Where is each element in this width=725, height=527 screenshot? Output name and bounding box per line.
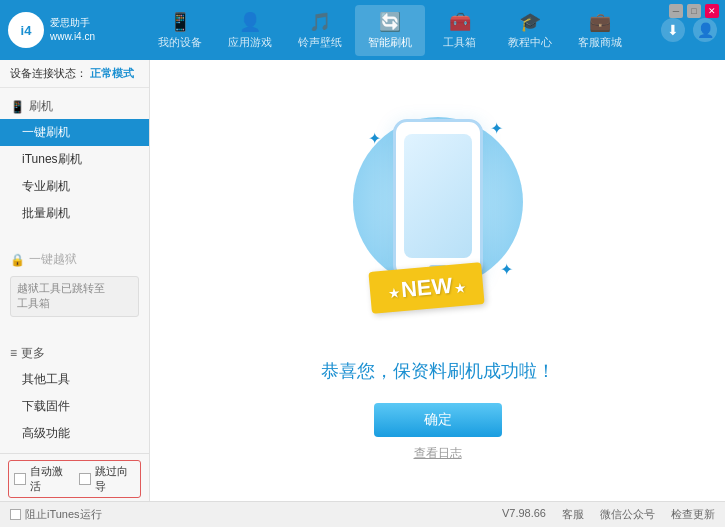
sparkle-3-icon: ✦	[500, 260, 513, 279]
service-icon: 💼	[589, 11, 611, 33]
tab-apps-games[interactable]: 👤 应用游戏	[215, 5, 285, 56]
auto-activate-checkbox[interactable]	[14, 473, 26, 485]
itunes-label: 阻止iTunes运行	[25, 507, 102, 522]
footer-left: 阻止iTunes运行	[10, 507, 102, 522]
app-title: 爱思助手	[50, 16, 95, 30]
apps-icon: 👤	[239, 11, 261, 33]
version-label: V7.98.66	[502, 507, 546, 522]
toolbox-icon: 🧰	[449, 11, 471, 33]
footer-right: V7.98.66 客服 微信公众号 检查更新	[502, 507, 715, 522]
sidebar-item-other-tools[interactable]: 其他工具	[0, 366, 149, 393]
itunes-checkbox[interactable]	[10, 509, 21, 520]
sidebar-section-more: ≡ 更多 其他工具 下载固件 高级功能	[0, 335, 149, 453]
tab-tutorial[interactable]: 🎓 教程中心	[495, 5, 565, 56]
smart-flash-icon: 🔄	[379, 11, 401, 33]
main-content: ✦ ✦ ✦ NEW 恭喜您，保资料刷机成功啦！ 确定 查看日志	[150, 60, 725, 501]
device-area: 自动激活 跳过向导 📱 iPhone 15 Pro Max 512GB iPho…	[0, 453, 149, 501]
phone-screen	[404, 134, 472, 258]
tab-ringtones-label: 铃声壁纸	[298, 35, 342, 50]
sidebar-item-one-key-flash[interactable]: 一键刷机	[0, 119, 149, 146]
sidebar-item-batch-flash[interactable]: 批量刷机	[0, 200, 149, 227]
tab-tutorial-label: 教程中心	[508, 35, 552, 50]
status-value: 正常模式	[90, 67, 134, 79]
tab-my-device-label: 我的设备	[158, 35, 202, 50]
tutorial-icon: 🎓	[519, 11, 541, 33]
sidebar-item-download-firmware[interactable]: 下载固件	[0, 393, 149, 420]
success-illustration: ✦ ✦ ✦ NEW	[338, 99, 538, 339]
confirm-button[interactable]: 确定	[374, 403, 502, 437]
app-window: ─ □ ✕ i4 爱思助手 www.i4.cn 📱 我的设备 👤 应用游戏	[0, 0, 725, 527]
app-subtitle: www.i4.cn	[50, 30, 95, 44]
sidebar-item-pro-flash[interactable]: 专业刷机	[0, 173, 149, 200]
body: 设备连接状态： 正常模式 📱 刷机 一键刷机 iTunes刷机 专业刷机 批量刷…	[0, 60, 725, 501]
sidebar-item-advanced[interactable]: 高级功能	[0, 420, 149, 447]
download-button[interactable]: ⬇	[661, 18, 685, 42]
footer-link-wechat[interactable]: 微信公众号	[600, 507, 655, 522]
sidebar-item-itunes-flash[interactable]: iTunes刷机	[0, 146, 149, 173]
more-icon: ≡	[10, 346, 17, 360]
sparkle-1-icon: ✦	[368, 129, 381, 148]
sidebar-section-flash: 📱 刷机 一键刷机 iTunes刷机 专业刷机 批量刷机	[0, 88, 149, 233]
sidebar-group-more: ≡ 更多	[0, 341, 149, 366]
success-message: 恭喜您，保资料刷机成功啦！	[321, 359, 555, 383]
sidebar-status: 设备连接状态： 正常模式	[0, 60, 149, 88]
footer: 阻止iTunes运行 V7.98.66 客服 微信公众号 检查更新	[0, 501, 725, 527]
ringtones-icon: 🎵	[309, 11, 331, 33]
logo-area: i4 爱思助手 www.i4.cn	[8, 12, 118, 48]
skip-wizard-checkbox[interactable]	[79, 473, 91, 485]
sidebar-section-jailbreak: 🔒 一键越狱 越狱工具已跳转至工具箱	[0, 241, 149, 327]
flash-group-icon: 📱	[10, 100, 25, 114]
jailbreak-notice: 越狱工具已跳转至工具箱	[10, 276, 139, 317]
my-device-icon: 📱	[169, 11, 191, 33]
auto-activate-label: 自动激活	[30, 464, 71, 494]
tab-smart-flash[interactable]: 🔄 智能刷机	[355, 5, 425, 56]
header-right: ⬇ 👤	[661, 18, 717, 42]
lock-icon: 🔒	[10, 253, 25, 267]
sidebar-group-jailbreak: 🔒 一键越狱	[0, 247, 149, 272]
tab-my-device[interactable]: 📱 我的设备	[145, 5, 215, 56]
sidebar: 设备连接状态： 正常模式 📱 刷机 一键刷机 iTunes刷机 专业刷机 批量刷…	[0, 60, 150, 501]
user-button[interactable]: 👤	[693, 18, 717, 42]
tab-ringtones[interactable]: 🎵 铃声壁纸	[285, 5, 355, 56]
view-log-link[interactable]: 查看日志	[414, 445, 462, 462]
close-button[interactable]: ✕	[705, 4, 719, 18]
phone-illustration	[393, 119, 483, 279]
footer-link-service[interactable]: 客服	[562, 507, 584, 522]
nav-tabs: 📱 我的设备 👤 应用游戏 🎵 铃声壁纸 🔄 智能刷机 🧰 工具箱 🎓	[118, 5, 661, 56]
tab-service[interactable]: 💼 客服商城	[565, 5, 635, 56]
logo-icon: i4	[8, 12, 44, 48]
minimize-button[interactable]: ─	[669, 4, 683, 18]
skip-wizard-label: 跳过向导	[95, 464, 136, 494]
tab-toolbox[interactable]: 🧰 工具箱	[425, 5, 495, 56]
footer-link-update[interactable]: 检查更新	[671, 507, 715, 522]
maximize-button[interactable]: □	[687, 4, 701, 18]
tab-toolbox-label: 工具箱	[443, 35, 476, 50]
window-controls: ─ □ ✕	[669, 4, 719, 18]
header: i4 爱思助手 www.i4.cn 📱 我的设备 👤 应用游戏 🎵 铃声壁纸 🔄	[0, 0, 725, 60]
auto-row: 自动激活 跳过向导	[8, 460, 141, 498]
new-badge: NEW	[368, 262, 485, 314]
tab-smart-flash-label: 智能刷机	[368, 35, 412, 50]
tab-apps-label: 应用游戏	[228, 35, 272, 50]
sparkle-2-icon: ✦	[490, 119, 503, 138]
sidebar-group-flash: 📱 刷机	[0, 94, 149, 119]
tab-service-label: 客服商城	[578, 35, 622, 50]
